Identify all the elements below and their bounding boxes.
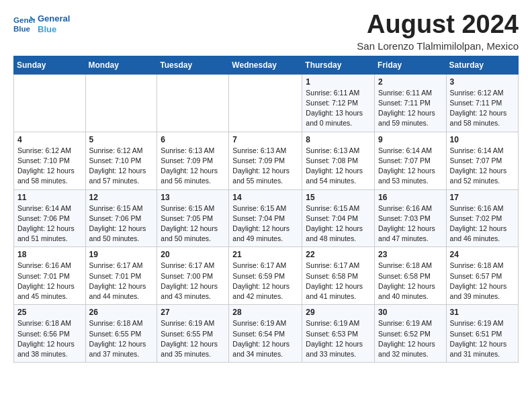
page-header: General Blue General Blue August 2024 Sa… [13,11,519,52]
day-detail: Sunrise: 6:17 AMSunset: 6:58 PMDaylight:… [306,261,371,302]
day-cell [85,74,157,132]
week-row-5: 25Sunrise: 6:18 AMSunset: 6:56 PMDayligh… [14,305,519,363]
day-cell [229,74,302,132]
day-detail: Sunrise: 6:18 AMSunset: 6:57 PMDaylight:… [450,261,515,302]
day-number: 8 [306,135,371,144]
day-number: 11 [17,193,82,202]
day-detail: Sunrise: 6:19 AMSunset: 6:52 PMDaylight:… [378,318,443,359]
month-title: August 2024 [357,11,519,39]
day-number: 13 [161,193,225,202]
day-cell: 24Sunrise: 6:18 AMSunset: 6:57 PMDayligh… [446,247,518,305]
day-detail: Sunrise: 6:18 AMSunset: 6:55 PMDaylight:… [89,318,154,359]
day-cell: 20Sunrise: 6:17 AMSunset: 7:00 PMDayligh… [157,247,229,305]
day-detail: Sunrise: 6:18 AMSunset: 6:56 PMDaylight:… [17,318,82,359]
week-row-4: 18Sunrise: 6:16 AMSunset: 7:01 PMDayligh… [14,247,519,305]
day-cell: 7Sunrise: 6:13 AMSunset: 7:09 PMDaylight… [229,132,302,189]
calendar-body: 1Sunrise: 6:11 AMSunset: 7:12 PMDaylight… [14,74,519,362]
day-number: 31 [450,308,515,317]
header-wednesday: Wednesday [229,56,302,74]
day-detail: Sunrise: 6:19 AMSunset: 6:55 PMDaylight:… [161,318,225,359]
day-number: 10 [450,135,515,144]
day-detail: Sunrise: 6:16 AMSunset: 7:02 PMDaylight:… [450,203,515,244]
logo-line2: Blue [38,24,70,35]
day-cell: 8Sunrise: 6:13 AMSunset: 7:08 PMDaylight… [302,132,375,189]
day-cell: 13Sunrise: 6:15 AMSunset: 7:05 PMDayligh… [157,189,229,247]
day-number: 6 [161,135,225,144]
day-detail: Sunrise: 6:16 AMSunset: 7:03 PMDaylight:… [378,203,443,244]
day-number: 12 [89,193,154,202]
day-detail: Sunrise: 6:15 AMSunset: 7:05 PMDaylight:… [161,203,225,244]
day-number: 7 [232,135,298,144]
header-monday: Monday [85,56,157,74]
day-cell: 10Sunrise: 6:14 AMSunset: 7:07 PMDayligh… [446,132,518,189]
logo-line1: General [38,13,70,24]
day-cell: 6Sunrise: 6:13 AMSunset: 7:09 PMDaylight… [157,132,229,189]
svg-text:Blue: Blue [13,25,31,33]
day-cell: 19Sunrise: 6:17 AMSunset: 7:01 PMDayligh… [85,247,157,305]
day-number: 22 [306,250,371,259]
day-cell: 30Sunrise: 6:19 AMSunset: 6:52 PMDayligh… [375,305,447,363]
day-detail: Sunrise: 6:11 AMSunset: 7:11 PMDaylight:… [378,88,443,129]
day-number: 30 [378,308,443,317]
day-cell: 2Sunrise: 6:11 AMSunset: 7:11 PMDaylight… [375,74,447,132]
day-cell: 17Sunrise: 6:16 AMSunset: 7:02 PMDayligh… [446,189,518,247]
day-cell: 26Sunrise: 6:18 AMSunset: 6:55 PMDayligh… [85,305,157,363]
day-detail: Sunrise: 6:15 AMSunset: 7:04 PMDaylight:… [306,203,371,244]
day-cell: 9Sunrise: 6:14 AMSunset: 7:07 PMDaylight… [375,132,447,189]
logo-icon: General Blue [13,13,35,35]
day-detail: Sunrise: 6:15 AMSunset: 7:06 PMDaylight:… [89,203,154,244]
day-detail: Sunrise: 6:12 AMSunset: 7:10 PMDaylight:… [17,146,82,187]
day-cell: 3Sunrise: 6:12 AMSunset: 7:11 PMDaylight… [446,74,518,132]
title-block: August 2024 San Lorenzo Tlalmimilolpan, … [357,11,519,52]
day-cell [157,74,229,132]
day-number: 4 [17,135,82,144]
day-detail: Sunrise: 6:19 AMSunset: 6:51 PMDaylight:… [450,318,515,359]
day-cell: 21Sunrise: 6:17 AMSunset: 6:59 PMDayligh… [229,247,302,305]
day-number: 3 [450,77,515,87]
day-cell: 28Sunrise: 6:19 AMSunset: 6:54 PMDayligh… [229,305,302,363]
day-number: 23 [378,250,443,259]
day-cell: 31Sunrise: 6:19 AMSunset: 6:51 PMDayligh… [446,305,518,363]
day-number: 17 [450,193,515,202]
day-detail: Sunrise: 6:12 AMSunset: 7:11 PMDaylight:… [450,88,515,129]
day-cell: 12Sunrise: 6:15 AMSunset: 7:06 PMDayligh… [85,189,157,247]
header-thursday: Thursday [302,56,375,74]
day-number: 29 [306,308,371,317]
day-detail: Sunrise: 6:13 AMSunset: 7:08 PMDaylight:… [306,146,371,187]
day-number: 15 [306,193,371,202]
day-number: 28 [232,308,298,317]
day-detail: Sunrise: 6:14 AMSunset: 7:06 PMDaylight:… [17,203,82,244]
day-cell: 29Sunrise: 6:19 AMSunset: 6:53 PMDayligh… [302,305,375,363]
day-cell: 1Sunrise: 6:11 AMSunset: 7:12 PMDaylight… [302,74,375,132]
day-number: 5 [89,135,154,144]
day-cell: 18Sunrise: 6:16 AMSunset: 7:01 PMDayligh… [14,247,86,305]
day-cell: 22Sunrise: 6:17 AMSunset: 6:58 PMDayligh… [302,247,375,305]
day-detail: Sunrise: 6:19 AMSunset: 6:53 PMDaylight:… [306,318,371,359]
day-detail: Sunrise: 6:14 AMSunset: 7:07 PMDaylight:… [450,146,515,187]
day-cell: 4Sunrise: 6:12 AMSunset: 7:10 PMDaylight… [14,132,86,189]
day-number: 9 [378,135,443,144]
header-tuesday: Tuesday [157,56,229,74]
day-number: 1 [306,77,371,87]
day-detail: Sunrise: 6:13 AMSunset: 7:09 PMDaylight:… [161,146,225,187]
day-detail: Sunrise: 6:17 AMSunset: 7:01 PMDaylight:… [89,261,154,302]
day-cell: 14Sunrise: 6:15 AMSunset: 7:04 PMDayligh… [229,189,302,247]
day-detail: Sunrise: 6:15 AMSunset: 7:04 PMDaylight:… [232,203,298,244]
day-detail: Sunrise: 6:12 AMSunset: 7:10 PMDaylight:… [89,146,154,187]
day-number: 21 [232,250,298,259]
week-row-2: 4Sunrise: 6:12 AMSunset: 7:10 PMDaylight… [14,132,519,189]
calendar-table: SundayMondayTuesdayWednesdayThursdayFrid… [13,56,519,363]
day-cell: 25Sunrise: 6:18 AMSunset: 6:56 PMDayligh… [14,305,86,363]
header-saturday: Saturday [446,56,518,74]
day-number: 14 [232,193,298,202]
day-cell: 27Sunrise: 6:19 AMSunset: 6:55 PMDayligh… [157,305,229,363]
header-friday: Friday [375,56,447,74]
day-cell [14,74,86,132]
day-detail: Sunrise: 6:11 AMSunset: 7:12 PMDaylight:… [306,88,371,129]
week-row-3: 11Sunrise: 6:14 AMSunset: 7:06 PMDayligh… [14,189,519,247]
header-sunday: Sunday [14,56,86,74]
day-number: 19 [89,250,154,259]
day-detail: Sunrise: 6:17 AMSunset: 6:59 PMDaylight:… [232,261,298,302]
calendar-header-row: SundayMondayTuesdayWednesdayThursdayFrid… [14,56,519,74]
day-cell: 5Sunrise: 6:12 AMSunset: 7:10 PMDaylight… [85,132,157,189]
